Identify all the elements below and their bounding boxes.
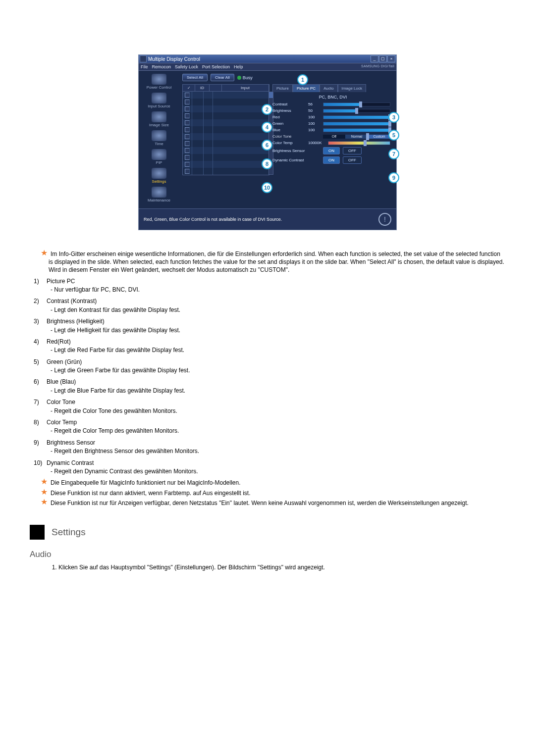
close-button[interactable]: × xyxy=(387,55,395,62)
row-checkbox[interactable] xyxy=(185,127,190,132)
color-tone-custom: Custom xyxy=(368,135,391,139)
note-text: Diese Funktion ist nur für Anzeigen verf… xyxy=(51,500,469,506)
item-desc: - Regelt die Color Tone des gewählten Mo… xyxy=(51,407,505,415)
table-row[interactable] xyxy=(183,133,269,140)
table-row[interactable] xyxy=(183,154,269,161)
table-row[interactable] xyxy=(183,92,269,99)
table-row[interactable] xyxy=(183,119,269,126)
sidebar-label: Time xyxy=(139,142,179,146)
table-row[interactable] xyxy=(183,168,269,175)
table-row[interactable] xyxy=(183,126,269,133)
select-all-button[interactable]: Select All xyxy=(182,74,208,81)
row-checkbox[interactable] xyxy=(185,141,190,146)
row-checkbox[interactable] xyxy=(185,169,190,174)
color-temp-row: Color Temp 10000K xyxy=(272,140,393,146)
menu-help[interactable]: Help xyxy=(234,64,243,69)
table-row[interactable] xyxy=(183,105,269,112)
intro-text: Im Info-Gitter erscheinen einige wesentl… xyxy=(49,251,504,273)
callout-8: 8 xyxy=(262,158,272,169)
list-item: 4)Red(Rot)- Legt die Red Farbe für das g… xyxy=(34,338,505,355)
item-title: Dynamic Contrast xyxy=(47,459,505,467)
star-notes: ★Die Eingabequelle für MagicInfo funktio… xyxy=(30,479,505,507)
brightness-slider[interactable] xyxy=(323,109,390,113)
row-checkbox[interactable] xyxy=(185,100,190,104)
row-checkbox[interactable] xyxy=(185,155,190,160)
item-title: Color Tone xyxy=(47,398,505,406)
table-row[interactable] xyxy=(183,161,269,168)
grid-header-id: ID xyxy=(195,85,210,91)
sidebar-item-input-source[interactable]: Input Source xyxy=(139,93,179,108)
menu-remocon[interactable]: Remocon xyxy=(152,64,171,69)
red-slider[interactable] xyxy=(323,115,390,119)
tab-picture[interactable]: Picture xyxy=(272,84,293,92)
color-temp-value: 10000K xyxy=(308,141,328,145)
table-row[interactable] xyxy=(183,147,269,154)
row-checkbox[interactable] xyxy=(185,120,190,125)
clear-all-button[interactable]: Clear All xyxy=(211,74,234,81)
dynamic-contrast-off-button[interactable]: OFF xyxy=(343,156,362,164)
row-checkbox[interactable] xyxy=(185,134,190,139)
item-number: 6) xyxy=(34,378,47,395)
sidebar-item-time[interactable]: Time xyxy=(139,130,179,146)
green-label: Green xyxy=(272,121,308,126)
numbered-list: 1)Picture PC- Nur verfügbar für PC, BNC,… xyxy=(34,277,505,476)
contrast-row: Contrast 56 xyxy=(272,101,393,107)
table-row[interactable] xyxy=(183,140,269,147)
red-value: 100 xyxy=(308,115,323,119)
footer-message: Red, Green, Blue Color Control is not av… xyxy=(144,217,282,222)
menu-file[interactable]: File xyxy=(141,64,148,69)
menu-safety-lock[interactable]: Safety Lock xyxy=(175,64,198,69)
list-item: 6)Blue (Blau)- Legt die Blue Farbe für d… xyxy=(34,378,505,395)
row-checkbox[interactable] xyxy=(185,148,190,153)
dynamic-contrast-on-button[interactable]: ON xyxy=(323,156,340,164)
intro-note: ★Im Info-Gitter erscheinen einige wesent… xyxy=(41,250,505,274)
tab-audio[interactable]: Audio xyxy=(320,84,337,92)
sidebar-item-image-size[interactable]: Image Size xyxy=(139,111,179,127)
brightness-label: Brightness xyxy=(272,108,308,113)
sidebar-label: Power Control xyxy=(139,85,179,90)
callout-9: 9 xyxy=(388,172,399,183)
menu-port-selection[interactable]: Port Selection xyxy=(202,64,230,69)
row-checkbox[interactable] xyxy=(185,106,190,111)
sidebar-item-power-control[interactable]: Power Control xyxy=(139,74,179,90)
document-body: ★Im Info-Gitter erscheinen einige wesent… xyxy=(30,250,505,592)
blue-slider[interactable] xyxy=(323,128,390,132)
item-desc: - Legt die Blue Farbe für das gewählte D… xyxy=(51,387,505,395)
sidebar-item-pip[interactable]: PIP xyxy=(139,149,179,165)
table-row[interactable] xyxy=(183,99,269,105)
power-icon xyxy=(152,74,166,85)
red-label: Red xyxy=(272,115,308,119)
color-temp-slider[interactable] xyxy=(328,141,390,145)
list-item: 8)Color Temp- Regelt die Color Temp des … xyxy=(34,418,505,436)
tab-picture-pc[interactable]: Picture PC xyxy=(293,84,320,92)
grid-rows xyxy=(182,92,269,175)
brightness-sensor-on-button[interactable]: ON xyxy=(323,147,340,154)
titlebar: Multiple Display Control _ ▢ × xyxy=(139,55,396,63)
maximize-button[interactable]: ▢ xyxy=(379,55,387,62)
callout-4: 4 xyxy=(262,122,272,133)
green-row: Green 100 xyxy=(272,120,393,127)
row-checkbox[interactable] xyxy=(185,93,190,98)
star-note: ★Die Eingabequelle für MagicInfo funktio… xyxy=(41,479,505,487)
color-tone-normal: Normal xyxy=(345,135,369,139)
sub-header: PC, BNC, DVI xyxy=(272,93,393,101)
tab-image-lock[interactable]: Image Lock xyxy=(338,84,366,92)
sidebar-item-settings[interactable]: Settings xyxy=(139,168,179,184)
minimize-button[interactable]: _ xyxy=(371,55,378,62)
time-icon xyxy=(152,130,166,141)
item-title: Brightness (Helligkeit) xyxy=(47,317,505,326)
item-title: Picture PC xyxy=(47,277,505,286)
row-checkbox[interactable] xyxy=(185,113,190,118)
grid-header-check[interactable]: ✓ xyxy=(183,85,195,91)
row-checkbox[interactable] xyxy=(185,162,190,167)
subsection-title: Audio xyxy=(30,550,505,559)
dynamic-contrast-label: Dynamic Contrast xyxy=(272,158,323,162)
color-tone-slider[interactable]: Off Normal Custom xyxy=(323,135,390,139)
table-row[interactable] xyxy=(183,112,269,119)
menubar: File Remocon Safety Lock Port Selection … xyxy=(139,63,396,71)
brightness-sensor-off-button[interactable]: OFF xyxy=(343,147,362,154)
contrast-slider[interactable] xyxy=(323,102,390,106)
sidebar-item-maintenance[interactable]: Maintenance xyxy=(139,187,179,202)
green-slider[interactable] xyxy=(323,122,390,126)
item-desc: - Regelt den Brightness Sensor des gewäh… xyxy=(51,447,505,455)
